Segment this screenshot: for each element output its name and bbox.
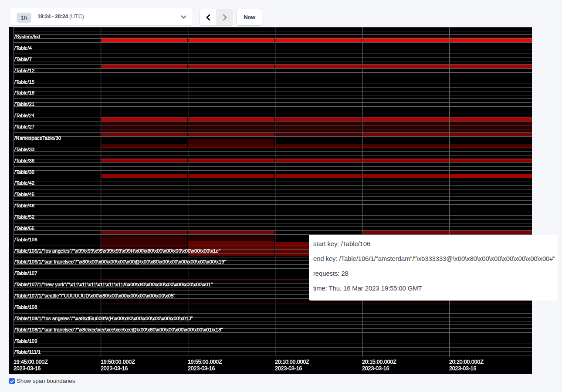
svg-text:/Table/107/1/"seattle"/"UUUUUU: /Table/107/1/"seattle"/"UUUUUUD\x00\x80\…	[14, 293, 175, 298]
svg-text:/Table/39: /Table/39	[14, 169, 34, 175]
svg-text:/Table/107/1/"new york"/"\x11\: /Table/107/1/"new york"/"\x11\x11\x11\x1…	[14, 281, 213, 287]
svg-text:/Table/42: /Table/42	[14, 180, 34, 186]
svg-text:/Table/48: /Table/48	[14, 203, 34, 208]
svg-text:/Table/111/1: /Table/111/1	[14, 349, 41, 355]
svg-text:20:15:00.000Z: 20:15:00.000Z	[362, 359, 396, 365]
svg-text:19:45:00.000Z: 19:45:00.000Z	[14, 359, 48, 365]
svg-text:2023-03-16: 2023-03-16	[275, 365, 302, 372]
svg-text:/Table/106: /Table/106	[14, 237, 37, 242]
svg-text:/Table/45: /Table/45	[14, 191, 34, 197]
svg-text:/Table/4: /Table/4	[14, 45, 32, 51]
svg-text:/Table/36: /Table/36	[14, 158, 34, 163]
svg-text:/Table/33: /Table/33	[14, 146, 34, 152]
svg-text:/Table/106/1/"san francisco"/": /Table/106/1/"san francisco"/"\x80\x00\x…	[14, 259, 226, 264]
svg-text:20:10:00.000Z: 20:10:00.000Z	[275, 359, 309, 365]
svg-text:/Table/108/1/"los angeles"/"\x: /Table/108/1/"los angeles"/"\xa8\xf5\u00…	[14, 315, 193, 321]
svg-text:19:50:00.000Z: 19:50:00.000Z	[101, 359, 135, 365]
svg-text:/Table/12: /Table/12	[14, 68, 34, 73]
svg-text:2023-03-16: 2023-03-16	[101, 365, 128, 372]
svg-text:/NamespaceTable/30: /NamespaceTable/30	[14, 135, 61, 141]
svg-text:/Table/21: /Table/21	[14, 101, 34, 107]
svg-text:2023-03-16: 2023-03-16	[449, 365, 477, 372]
svg-text:/Table/18: /Table/18	[14, 90, 34, 95]
svg-text:19:55:00.000Z: 19:55:00.000Z	[188, 359, 222, 365]
svg-text:2023-03-16: 2023-03-16	[362, 365, 389, 372]
svg-text:/Table/27: /Table/27	[14, 124, 34, 129]
svg-text:/Table/109: /Table/109	[14, 338, 37, 344]
svg-text:20:20:00.000Z: 20:20:00.000Z	[449, 359, 484, 365]
svg-text:/System/tsd: /System/tsd	[14, 34, 40, 39]
svg-text:/Table/107: /Table/107	[14, 270, 37, 276]
svg-text:/Table/55: /Table/55	[14, 225, 34, 231]
svg-text:/Table/106/1/"los angeles"/"\x: /Table/106/1/"los angeles"/"\x99\x99\x99…	[14, 248, 220, 253]
svg-text:/Table/52: /Table/52	[14, 214, 34, 220]
svg-text:/Table/15: /Table/15	[14, 79, 34, 84]
svg-text:/Table/7: /Table/7	[14, 56, 32, 62]
svg-text:2023-03-16: 2023-03-16	[14, 365, 41, 372]
svg-text:2023-03-16: 2023-03-16	[188, 365, 215, 372]
svg-text:/Table/108/1/"san francisco"/": /Table/108/1/"san francisco"/"\x8c\xcc\x…	[14, 327, 223, 332]
svg-text:/Table/24: /Table/24	[14, 112, 35, 118]
svg-text:/Table/108: /Table/108	[14, 304, 37, 310]
